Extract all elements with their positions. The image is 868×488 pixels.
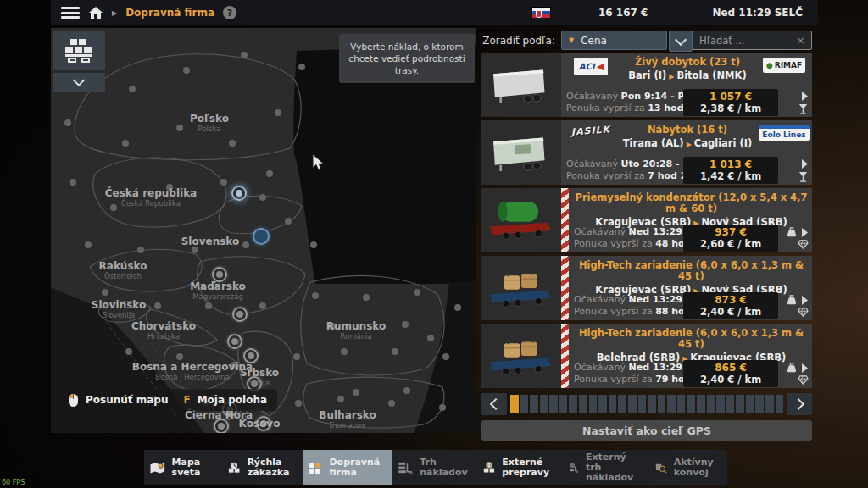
- destination-city: Cagliari (I): [694, 137, 752, 149]
- cargo-card[interactable]: Priemyselný kondenzátor (12,0 x 5,4 x 4,…: [481, 188, 812, 252]
- page-block[interactable]: [716, 395, 725, 413]
- map-country-label: Bosna a HercegovinaBosna i Hercegovina: [132, 361, 253, 381]
- page-block[interactable]: [540, 395, 548, 413]
- page-block[interactable]: [755, 395, 764, 413]
- page-block[interactable]: [510, 395, 519, 413]
- page-block[interactable]: [746, 395, 754, 413]
- nav-freight-market[interactable]: Trh nákladov: [392, 450, 477, 485]
- cargo-rate-per-km: 2,40 € / km: [687, 306, 775, 318]
- cargo-card[interactable]: JASILK Nábytok (16 t) Tirana (AL)▶Caglia…: [481, 120, 812, 185]
- page-block[interactable]: [520, 395, 529, 413]
- price-box: 1 013 € 1,42 € / km: [683, 157, 778, 184]
- nav-transport-company[interactable]: Dopravná firma: [303, 450, 392, 485]
- prev-page-button[interactable]: [481, 393, 507, 415]
- sort-dropdown[interactable]: ▼ Cena: [561, 30, 667, 50]
- cargo-route: Bari (I)▶Bitola (NMK): [615, 69, 760, 83]
- country-name: Čierna Hora: [185, 409, 253, 421]
- collapse-map-tools-button[interactable]: [53, 73, 105, 92]
- my-location-hint: Moja poloha: [198, 394, 267, 406]
- offer-expiry: Ponuka vyprší za 88 hod 41 min: [574, 306, 683, 318]
- fragile-cargo-icon: [798, 103, 809, 114]
- expand-details-icon[interactable]: [801, 296, 809, 305]
- menu-icon[interactable]: [61, 7, 80, 19]
- country-name: Rakúsko: [99, 260, 147, 272]
- home-icon[interactable]: [88, 6, 103, 19]
- location-key: F: [183, 394, 190, 406]
- page-block[interactable]: [667, 395, 676, 413]
- page-block[interactable]: [530, 395, 538, 413]
- clear-search-icon[interactable]: ×: [796, 34, 805, 47]
- page-block[interactable]: [707, 395, 715, 413]
- cargo-card[interactable]: High-Tech zariadenie (6,0 x 6,0 x 1,3 m …: [481, 324, 812, 388]
- nav-external-freight-market[interactable]: Externý trh nákladov: [563, 450, 648, 485]
- page-block[interactable]: [648, 395, 656, 413]
- country-name: Poľsko: [190, 113, 229, 125]
- map-tooltip: Vyberte náklad, o ktorom chcete vedieť p…: [339, 34, 475, 83]
- nav-quick-job[interactable]: Rýchla zákazka: [222, 450, 303, 485]
- map-country-label: Kosovo: [239, 418, 281, 430]
- expand-details-icon[interactable]: [801, 363, 809, 373]
- page-block[interactable]: [638, 395, 647, 413]
- cargo-price: 873 €: [687, 294, 775, 306]
- page-block[interactable]: [569, 395, 577, 413]
- page-block[interactable]: [776, 395, 784, 413]
- country-name: Slovensko: [181, 236, 240, 247]
- trailer-filter-button[interactable]: [53, 31, 105, 70]
- map-panel[interactable]: PoľskoPolskaČeská republikaČeská Republi…: [51, 28, 476, 433]
- sort-dropdown-expand-button[interactable]: [669, 30, 693, 52]
- cargo-card[interactable]: ACI Živý dobytok (23 t) Bari (I)▶Bitola …: [481, 53, 812, 117]
- country-name: Kosovo: [239, 418, 281, 430]
- map-country-label: BulharskoБългария: [319, 409, 376, 430]
- origin-city: Tirana (AL): [623, 137, 684, 149]
- page-blocks[interactable]: [510, 395, 783, 413]
- oversize-stripe: [561, 324, 569, 388]
- page-block[interactable]: [628, 395, 637, 413]
- search-input[interactable]: Hľadať ...: [699, 35, 796, 47]
- page-block[interactable]: [549, 395, 558, 413]
- nav-active-convoy[interactable]: Aktívny konvoj: [649, 450, 727, 485]
- chevron-down-icon: [675, 33, 687, 45]
- help-icon[interactable]: ?: [223, 6, 236, 19]
- map-country-label: Česká republikaČeská Republika: [105, 187, 197, 208]
- page-block[interactable]: [598, 395, 607, 413]
- page-block[interactable]: [658, 395, 666, 413]
- sort-bar: Zoradiť podľa: ▼ Cena Hľadať ... ×: [480, 30, 815, 52]
- page-block[interactable]: [579, 395, 587, 413]
- expand-details-icon[interactable]: [801, 228, 809, 237]
- page-block[interactable]: [589, 395, 598, 413]
- country-name: Bosna a Hercegovina: [132, 361, 253, 373]
- oversize-stripe: [561, 256, 569, 320]
- trailer-preview: [481, 53, 561, 117]
- nav-external-contracts[interactable]: Externé prepravy: [477, 450, 563, 485]
- country-native-name: Bosna i Hercegovina: [132, 373, 253, 381]
- page-block[interactable]: [687, 395, 695, 413]
- fps-counter: 60 FPS: [2, 479, 25, 486]
- page-block[interactable]: [726, 395, 735, 413]
- expand-details-icon[interactable]: [801, 159, 809, 169]
- page-block[interactable]: [736, 395, 744, 413]
- world-map-icon: [149, 458, 166, 477]
- breadcrumb[interactable]: Dopravná firma: [125, 7, 214, 19]
- expected-time: Očakávaný Uto 20:28 - Str 3:08 SELČ: [566, 158, 683, 170]
- mouse-cursor: [312, 153, 326, 172]
- page-block[interactable]: [697, 395, 705, 413]
- valuable-cargo-icon: [798, 240, 809, 249]
- set-gps-target-button[interactable]: Nastaviť ako cieľ GPS: [481, 420, 812, 441]
- expand-details-icon[interactable]: [801, 92, 809, 101]
- valuable-cargo-icon: [798, 308, 809, 317]
- top-bar: ▶ Dopravná firma ? 16 167 € Ned 11:29 SE…: [51, 0, 818, 25]
- cargo-card[interactable]: High-Tech zariadenie (6,0 x 6,0 x 1,3 m …: [481, 256, 812, 320]
- search-box[interactable]: Hľadať ... ×: [693, 30, 812, 50]
- page-block[interactable]: [765, 395, 774, 413]
- offer-expiry: Ponuka vyprší za 48 hod 20 min: [574, 238, 683, 250]
- next-page-button[interactable]: [787, 393, 812, 415]
- page-block[interactable]: [677, 395, 686, 413]
- money-balance: 16 167 €: [598, 7, 648, 19]
- page-block[interactable]: [618, 395, 626, 413]
- cargo-price: 865 €: [687, 362, 775, 374]
- slovakia-flag-icon[interactable]: [531, 7, 551, 19]
- page-block[interactable]: [559, 395, 568, 413]
- nav-world-map[interactable]: Mapa sveta: [144, 450, 222, 485]
- trailer-preview: [481, 120, 561, 185]
- page-block[interactable]: [609, 395, 617, 413]
